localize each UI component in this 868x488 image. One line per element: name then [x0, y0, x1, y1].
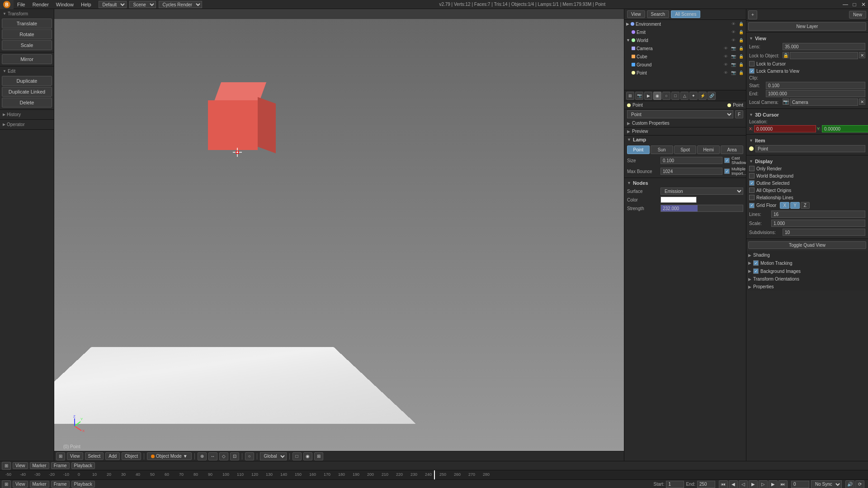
point-eye[interactable]: 👁: [722, 70, 729, 76]
ground-render[interactable]: 📷: [730, 61, 736, 68]
scene-select[interactable]: Scene: [129, 1, 156, 8]
strength-bar[interactable]: 232.000: [660, 205, 743, 212]
jump-start-btn[interactable]: ⏮: [719, 480, 728, 488]
outliner-item-world[interactable]: ▼ World 👁 🔒: [624, 36, 746, 44]
ground-lock[interactable]: 🔒: [738, 61, 744, 68]
node-physics-icon[interactable]: ⚡: [698, 92, 707, 100]
history-header[interactable]: ▶ History: [0, 111, 54, 118]
node-surface-select[interactable]: Point: [627, 110, 733, 118]
outline-check[interactable]: [749, 180, 755, 186]
rotate-button[interactable]: Rotate: [2, 29, 52, 39]
motion-tracking-row[interactable]: ▶ Motion Tracking: [746, 259, 868, 267]
lock-camera-check[interactable]: [749, 68, 755, 74]
scale-input[interactable]: [771, 220, 865, 227]
object-menu-button[interactable]: Object: [122, 452, 141, 460]
operator-header[interactable]: ▶ Operator: [0, 121, 54, 128]
render-engine-select[interactable]: Cycles Render: [159, 1, 202, 8]
wire-icon[interactable]: ⊞: [314, 452, 323, 460]
tl-view-btn2[interactable]: View: [13, 481, 28, 488]
world-eye[interactable]: 👁: [730, 37, 736, 43]
node-constraints-icon[interactable]: 🔗: [708, 92, 716, 100]
cube-lock[interactable]: 🔒: [738, 53, 744, 60]
timeline-ruler[interactable]: -50 -40 -30 -20 -10 0 10 20 30 40 50 60 …: [0, 470, 868, 479]
transform-orientations-row[interactable]: ▶ Transform Orientations: [746, 275, 868, 283]
outliner-item-emit[interactable]: Emit 👁 🔒: [624, 28, 746, 36]
z-axis-btn[interactable]: Z: [801, 202, 810, 209]
outliner-item-camera[interactable]: Camera 👁 📷 🔒: [624, 44, 746, 52]
emit-lock[interactable]: 🔒: [738, 29, 744, 35]
pivot-select[interactable]: Global: [260, 452, 287, 460]
lamp-area-btn[interactable]: Area: [721, 145, 743, 154]
delete-button[interactable]: Delete: [2, 98, 52, 108]
env-eye[interactable]: 👁: [730, 21, 736, 27]
current-frame-input[interactable]: [791, 481, 809, 488]
lamp-sun-btn[interactable]: Sun: [651, 145, 673, 154]
new-layer-btn[interactable]: +: [748, 10, 757, 19]
audio-btn[interactable]: 🔊: [845, 480, 854, 488]
sync-select[interactable]: No Sync: [811, 480, 842, 488]
play-btn[interactable]: ▶: [749, 480, 758, 488]
size-input[interactable]: [660, 157, 722, 164]
clip-start-input[interactable]: [766, 82, 865, 89]
x-axis-btn[interactable]: X: [780, 202, 789, 209]
preview-header[interactable]: ▶ Preview: [624, 127, 746, 135]
cam-render[interactable]: 📷: [730, 45, 736, 52]
toggle-quad-view-btn[interactable]: Toggle Quad View: [748, 241, 866, 249]
close-button[interactable]: ✕: [859, 0, 868, 9]
custom-properties-header[interactable]: ▶ Custom Properties: [624, 119, 746, 127]
item-name-input[interactable]: [755, 145, 865, 152]
display-section-header[interactable]: ▼ Display: [749, 157, 865, 165]
cursor-section-header[interactable]: ▼ 3D Cursor: [749, 111, 865, 118]
tl-frame-btn2[interactable]: Frame: [51, 481, 70, 488]
sync-btn[interactable]: ⟳: [855, 480, 864, 488]
menu-render[interactable]: Render: [29, 0, 52, 9]
view-section-header[interactable]: ▼ View: [749, 34, 865, 42]
duplicate-linked-button[interactable]: Duplicate Linked: [2, 87, 52, 97]
outliner-item-cube[interactable]: Cube 👁 📷 🔒: [624, 52, 746, 61]
outliner-item-point[interactable]: Point 👁 📷 🔒: [624, 69, 746, 77]
background-images-row[interactable]: ▶ Background Images: [746, 267, 868, 275]
shading-row[interactable]: ▶ Shading: [746, 251, 868, 259]
node-object-icon[interactable]: □: [671, 92, 679, 100]
item-section-header[interactable]: ▼ Item: [749, 136, 865, 144]
solid-icon[interactable]: ◉: [303, 452, 312, 460]
lamp-header[interactable]: ▼ Lamp: [624, 135, 746, 144]
tl-playback-btn2[interactable]: Playback: [71, 481, 95, 488]
node-material-icon[interactable]: ○: [662, 92, 670, 100]
outliner-item-environment[interactable]: ▶ Environment 👁 🔒: [624, 20, 746, 28]
end-input[interactable]: [697, 481, 715, 488]
minimize-button[interactable]: —: [841, 0, 850, 9]
node-scene-icon[interactable]: ▶: [644, 92, 652, 100]
world-lock[interactable]: 🔒: [738, 37, 744, 43]
point-lock[interactable]: 🔒: [738, 70, 744, 76]
prev-frame-btn[interactable]: ◀: [729, 480, 738, 488]
timeline-mode-icon[interactable]: ⊞: [2, 462, 11, 470]
f-button[interactable]: F: [735, 110, 743, 118]
translate-button[interactable]: Translate: [2, 19, 52, 28]
select-menu-button[interactable]: Select: [85, 452, 104, 460]
duplicate-button[interactable]: Duplicate: [2, 76, 52, 86]
prev-keyframe-btn[interactable]: ◁: [739, 480, 748, 488]
lines-input[interactable]: [771, 211, 865, 218]
nodes-section-header[interactable]: ▼ Nodes: [627, 179, 743, 187]
lamp-spot-btn[interactable]: Spot: [674, 145, 697, 154]
only-render-check[interactable]: [749, 166, 755, 171]
timeline-icon[interactable]: ⊞: [2, 480, 11, 488]
tl-view-btn[interactable]: View: [13, 462, 28, 469]
subdivisions-input[interactable]: [783, 229, 865, 236]
tl-marker-btn[interactable]: Marker: [30, 462, 49, 469]
menu-file[interactable]: File: [14, 0, 29, 9]
edit-header[interactable]: ▼ Edit: [0, 67, 54, 75]
bg-images-check[interactable]: [753, 268, 759, 274]
lamp-hemi-btn[interactable]: Hemi: [697, 145, 720, 154]
tl-playback-btn[interactable]: Playback: [71, 462, 95, 469]
add-menu-button[interactable]: Add: [105, 452, 120, 460]
clear-lock-icon[interactable]: ✕: [859, 52, 865, 58]
world-bg-check[interactable]: [749, 173, 755, 178]
cam-eye[interactable]: 👁: [722, 45, 729, 52]
lens-input[interactable]: [783, 43, 865, 50]
transform-icon[interactable]: ↔: [208, 452, 217, 460]
search-tab[interactable]: Search: [647, 10, 670, 18]
node-data-icon[interactable]: △: [680, 92, 689, 100]
surface-select[interactable]: Emission: [660, 188, 743, 195]
